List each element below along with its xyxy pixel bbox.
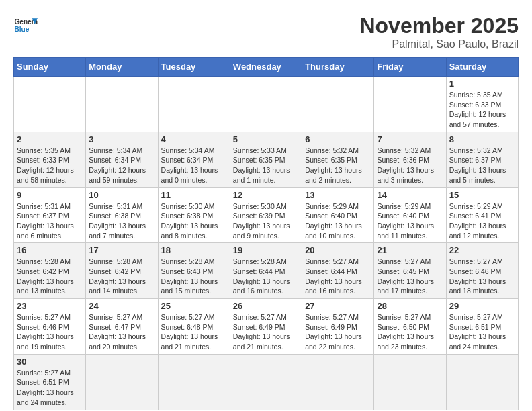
day-number: 15 xyxy=(449,190,515,200)
day-number: 2 xyxy=(17,134,83,144)
day-info: Sunrise: 5:27 AMSunset: 6:46 PMDaylight:… xyxy=(449,257,515,296)
day-info: Sunrise: 5:35 AMSunset: 6:33 PMDaylight:… xyxy=(17,146,83,185)
calendar-cell: 2Sunrise: 5:35 AMSunset: 6:33 PMDaylight… xyxy=(14,132,86,187)
header: General Blue November 2025 Palmital, Sao… xyxy=(13,13,519,50)
day-number: 26 xyxy=(233,301,299,311)
calendar-cell: 1Sunrise: 5:35 AMSunset: 6:33 PMDaylight… xyxy=(446,77,518,132)
calendar-cell xyxy=(86,77,158,132)
calendar-cell xyxy=(158,77,230,132)
header-monday: Monday xyxy=(86,58,158,77)
day-info: Sunrise: 5:27 AMSunset: 6:51 PMDaylight:… xyxy=(17,368,83,408)
day-number: 18 xyxy=(161,245,227,255)
day-number: 19 xyxy=(233,245,299,255)
day-info: Sunrise: 5:32 AMSunset: 6:35 PMDaylight:… xyxy=(305,146,371,185)
day-number: 23 xyxy=(17,301,83,311)
day-number: 16 xyxy=(17,245,83,255)
day-number: 28 xyxy=(377,301,443,311)
calendar-cell xyxy=(158,354,230,410)
day-number: 13 xyxy=(305,190,371,200)
calendar-cell: 20Sunrise: 5:27 AMSunset: 6:44 PMDayligh… xyxy=(302,243,374,299)
day-number: 3 xyxy=(89,134,154,144)
calendar-cell: 16Sunrise: 5:28 AMSunset: 6:42 PMDayligh… xyxy=(14,243,86,299)
day-number: 4 xyxy=(161,134,227,144)
logo-icon: General Blue xyxy=(13,13,38,38)
calendar-cell: 3Sunrise: 5:34 AMSunset: 6:34 PMDaylight… xyxy=(86,132,158,187)
day-info: Sunrise: 5:28 AMSunset: 6:43 PMDaylight:… xyxy=(161,257,227,296)
day-info: Sunrise: 5:27 AMSunset: 6:48 PMDaylight:… xyxy=(161,312,227,352)
day-info: Sunrise: 5:27 AMSunset: 6:46 PMDaylight:… xyxy=(17,312,83,352)
day-number: 14 xyxy=(377,190,443,200)
day-number: 22 xyxy=(449,245,515,255)
calendar-cell xyxy=(302,77,374,132)
week-row-3: 16Sunrise: 5:28 AMSunset: 6:42 PMDayligh… xyxy=(14,243,519,299)
header-saturday: Saturday xyxy=(446,58,518,77)
day-number: 29 xyxy=(449,301,515,311)
calendar-cell: 10Sunrise: 5:31 AMSunset: 6:38 PMDayligh… xyxy=(86,187,158,243)
day-info: Sunrise: 5:27 AMSunset: 6:50 PMDaylight:… xyxy=(377,312,443,352)
header-wednesday: Wednesday xyxy=(230,58,302,77)
day-number: 30 xyxy=(17,357,83,367)
day-info: Sunrise: 5:30 AMSunset: 6:39 PMDaylight:… xyxy=(233,201,299,241)
day-info: Sunrise: 5:28 AMSunset: 6:42 PMDaylight:… xyxy=(89,257,154,296)
calendar-cell: 30Sunrise: 5:27 AMSunset: 6:51 PMDayligh… xyxy=(14,354,86,410)
calendar-cell: 27Sunrise: 5:27 AMSunset: 6:49 PMDayligh… xyxy=(302,299,374,355)
week-row-4: 23Sunrise: 5:27 AMSunset: 6:46 PMDayligh… xyxy=(14,299,519,355)
day-info: Sunrise: 5:27 AMSunset: 6:45 PMDaylight:… xyxy=(377,257,443,296)
day-info: Sunrise: 5:27 AMSunset: 6:47 PMDaylight:… xyxy=(89,312,154,352)
calendar-cell: 6Sunrise: 5:32 AMSunset: 6:35 PMDaylight… xyxy=(302,132,374,187)
calendar-cell xyxy=(446,354,518,410)
calendar-cell: 18Sunrise: 5:28 AMSunset: 6:43 PMDayligh… xyxy=(158,243,230,299)
day-info: Sunrise: 5:27 AMSunset: 6:44 PMDaylight:… xyxy=(305,257,371,296)
day-info: Sunrise: 5:29 AMSunset: 6:41 PMDaylight:… xyxy=(449,201,515,241)
header-thursday: Thursday xyxy=(302,58,374,77)
day-info: Sunrise: 5:27 AMSunset: 6:49 PMDaylight:… xyxy=(305,312,371,352)
day-info: Sunrise: 5:31 AMSunset: 6:37 PMDaylight:… xyxy=(17,201,83,241)
calendar-cell: 28Sunrise: 5:27 AMSunset: 6:50 PMDayligh… xyxy=(374,299,446,355)
week-row-0: 1Sunrise: 5:35 AMSunset: 6:33 PMDaylight… xyxy=(14,77,519,132)
header-friday: Friday xyxy=(374,58,446,77)
calendar-cell: 25Sunrise: 5:27 AMSunset: 6:48 PMDayligh… xyxy=(158,299,230,355)
calendar-cell xyxy=(230,354,302,410)
day-number: 20 xyxy=(305,245,371,255)
calendar-cell: 8Sunrise: 5:32 AMSunset: 6:37 PMDaylight… xyxy=(446,132,518,187)
week-row-5: 30Sunrise: 5:27 AMSunset: 6:51 PMDayligh… xyxy=(14,354,519,410)
calendar-cell xyxy=(14,77,86,132)
day-info: Sunrise: 5:27 AMSunset: 6:49 PMDaylight:… xyxy=(233,312,299,352)
calendar-cell xyxy=(302,354,374,410)
title-section: November 2025 Palmital, Sao Paulo, Brazi… xyxy=(359,13,519,50)
calendar-table: SundayMondayTuesdayWednesdayThursdayFrid… xyxy=(13,57,519,410)
day-info: Sunrise: 5:27 AMSunset: 6:51 PMDaylight:… xyxy=(449,312,515,352)
calendar-cell: 29Sunrise: 5:27 AMSunset: 6:51 PMDayligh… xyxy=(446,299,518,355)
day-number: 7 xyxy=(377,134,443,144)
location-title: Palmital, Sao Paulo, Brazil xyxy=(359,38,519,50)
days-header-row: SundayMondayTuesdayWednesdayThursdayFrid… xyxy=(14,58,519,77)
week-row-2: 9Sunrise: 5:31 AMSunset: 6:37 PMDaylight… xyxy=(14,187,519,243)
day-number: 6 xyxy=(305,134,371,144)
day-number: 27 xyxy=(305,301,371,311)
day-info: Sunrise: 5:34 AMSunset: 6:34 PMDaylight:… xyxy=(89,146,154,185)
day-info: Sunrise: 5:30 AMSunset: 6:38 PMDaylight:… xyxy=(161,201,227,241)
day-info: Sunrise: 5:28 AMSunset: 6:42 PMDaylight:… xyxy=(17,257,83,296)
day-info: Sunrise: 5:33 AMSunset: 6:35 PMDaylight:… xyxy=(233,146,299,185)
day-info: Sunrise: 5:32 AMSunset: 6:36 PMDaylight:… xyxy=(377,146,443,185)
calendar-cell: 17Sunrise: 5:28 AMSunset: 6:42 PMDayligh… xyxy=(86,243,158,299)
calendar-cell: 13Sunrise: 5:29 AMSunset: 6:40 PMDayligh… xyxy=(302,187,374,243)
day-number: 11 xyxy=(161,190,227,200)
calendar-cell: 19Sunrise: 5:28 AMSunset: 6:44 PMDayligh… xyxy=(230,243,302,299)
calendar-cell: 21Sunrise: 5:27 AMSunset: 6:45 PMDayligh… xyxy=(374,243,446,299)
day-number: 9 xyxy=(17,190,83,200)
day-number: 10 xyxy=(89,190,154,200)
svg-text:Blue: Blue xyxy=(14,26,29,33)
header-sunday: Sunday xyxy=(14,58,86,77)
day-info: Sunrise: 5:29 AMSunset: 6:40 PMDaylight:… xyxy=(305,201,371,241)
calendar-cell: 4Sunrise: 5:34 AMSunset: 6:34 PMDaylight… xyxy=(158,132,230,187)
logo: General Blue xyxy=(13,13,38,38)
week-row-1: 2Sunrise: 5:35 AMSunset: 6:33 PMDaylight… xyxy=(14,132,519,187)
calendar-cell xyxy=(86,354,158,410)
calendar-cell: 15Sunrise: 5:29 AMSunset: 6:41 PMDayligh… xyxy=(446,187,518,243)
day-number: 17 xyxy=(89,245,154,255)
calendar-cell: 23Sunrise: 5:27 AMSunset: 6:46 PMDayligh… xyxy=(14,299,86,355)
calendar-cell: 5Sunrise: 5:33 AMSunset: 6:35 PMDaylight… xyxy=(230,132,302,187)
day-number: 8 xyxy=(449,134,515,144)
day-info: Sunrise: 5:28 AMSunset: 6:44 PMDaylight:… xyxy=(233,257,299,296)
